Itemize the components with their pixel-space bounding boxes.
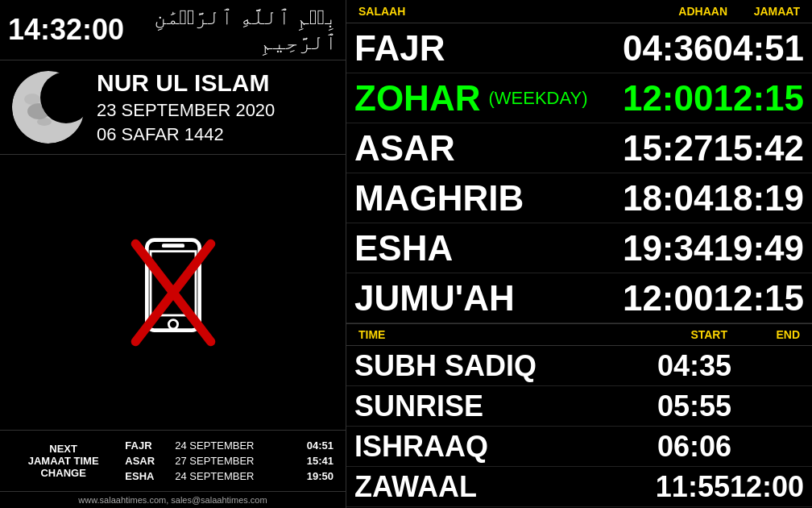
nj-date-2: 27 SEPTEMBER bbox=[172, 454, 290, 468]
start-col-header: START bbox=[659, 327, 731, 343]
fajr-name: FAJR bbox=[354, 28, 445, 69]
arabic-text: بِسۡمِ ٱللَّهِ ٱلرَّحۡمَٰنِ ٱلرَّحِيمِ bbox=[124, 5, 338, 55]
time-section-header: TIME START END bbox=[346, 323, 812, 346]
zohar-row: ZOHAR (WEEKDAY) 12:00 12:15 bbox=[346, 73, 812, 123]
moon-icon bbox=[8, 67, 89, 148]
salaah-header: SALAAH bbox=[354, 3, 659, 19]
subh-sadiq-row: SUBH SADIQ 04:35 bbox=[346, 346, 812, 386]
maghrib-name: MAGHRIB bbox=[354, 178, 524, 219]
next-jamaat-table: NEXTJAMAAT TIMECHANGE FAJR 24 SEPTEMBER … bbox=[8, 437, 338, 485]
time-col-header: TIME bbox=[354, 327, 659, 343]
sunrise-name: SUNRISE bbox=[354, 389, 657, 423]
zawaal-start: 11:55 bbox=[656, 470, 730, 504]
svg-point-6 bbox=[37, 118, 52, 126]
end-col-header: END bbox=[731, 327, 804, 343]
jumuah-row: JUMU'AH 12:00 12:15 bbox=[346, 273, 812, 323]
zawaal-end: 12:00 bbox=[730, 470, 804, 504]
svg-point-5 bbox=[24, 94, 40, 105]
hijri-date: 06 SAFAR 1442 bbox=[97, 124, 338, 145]
ishraaq-row: ISHRAAQ 06:06 bbox=[346, 427, 812, 467]
esha-jamaat: 19:49 bbox=[713, 228, 804, 269]
zawaal-row: ZAWAAL 11:55 12:00 bbox=[346, 467, 812, 507]
svg-rect-8 bbox=[151, 251, 196, 314]
svg-point-3 bbox=[27, 103, 50, 119]
subh-sadiq-start: 04:35 bbox=[657, 349, 731, 383]
svg-point-4 bbox=[44, 96, 56, 106]
zawaal-name: ZAWAAL bbox=[354, 470, 656, 504]
fajr-adhaan: 04:36 bbox=[623, 28, 714, 69]
zohar-adhaan: 12:00 bbox=[623, 78, 714, 119]
clock: 14:32:00 bbox=[8, 13, 124, 47]
adhaan-header: ADHAAN bbox=[659, 3, 731, 19]
nj-time-3: 19:50 bbox=[292, 469, 336, 483]
right-panel: SALAAH ADHAAN JAMAAT FAJR 04:36 04:51 ZO… bbox=[346, 0, 812, 508]
nj-date-3: 24 SEPTEMBER bbox=[172, 469, 290, 483]
nj-prayer-1: FAJR bbox=[122, 439, 171, 452]
jumuah-name: JUMU'AH bbox=[354, 278, 515, 319]
fajr-name-cell: FAJR bbox=[354, 28, 623, 69]
esha-name-cell: ESHA bbox=[354, 228, 623, 269]
nj-prayer-3: ESHA bbox=[122, 469, 171, 483]
asar-row: ASAR 15:27 15:42 bbox=[346, 123, 812, 173]
fajr-row: FAJR 04:36 04:51 bbox=[346, 23, 812, 73]
mosque-name: NUR UL ISLAM bbox=[97, 69, 338, 97]
subh-sadiq-name: SUBH SADIQ bbox=[354, 349, 657, 383]
nj-time-1: 04:51 bbox=[292, 439, 336, 452]
zohar-name: ZOHAR bbox=[354, 78, 480, 119]
maghrib-row: MAGHRIB 18:04 18:19 bbox=[346, 173, 812, 223]
left-panel: 14:32:00 بِسۡمِ ٱللَّهِ ٱلرَّحۡمَٰنِ ٱلر… bbox=[0, 0, 346, 508]
zohar-name-cell: ZOHAR (WEEKDAY) bbox=[354, 78, 623, 119]
maghrib-jamaat: 18:19 bbox=[713, 178, 804, 219]
asar-adhaan: 15:27 bbox=[623, 128, 714, 169]
jamaat-header: JAMAAT bbox=[731, 3, 804, 19]
weekday-label: (WEEKDAY) bbox=[488, 88, 587, 109]
ishraaq-name: ISHRAAQ bbox=[354, 430, 657, 464]
ishraaq-start: 06:06 bbox=[657, 430, 731, 464]
jumuah-jamaat: 12:15 bbox=[713, 278, 804, 319]
fajr-jamaat: 04:51 bbox=[713, 28, 804, 69]
nj-time-2: 15:41 bbox=[292, 454, 336, 468]
no-phone-icon bbox=[125, 236, 222, 349]
esha-row: ESHA 19:34 19:49 bbox=[346, 223, 812, 273]
website-text: www.salaahtimes.com, sales@salaahtimes.c… bbox=[0, 491, 346, 508]
svg-rect-10 bbox=[162, 244, 184, 248]
maghrib-adhaan: 18:04 bbox=[623, 178, 714, 219]
next-jamaat-section: NEXTJAMAAT TIMECHANGE FAJR 24 SEPTEMBER … bbox=[0, 430, 346, 491]
jumuah-name-cell: JUMU'AH bbox=[354, 278, 623, 319]
nj-prayer-2: ASAR bbox=[122, 454, 171, 468]
nj-date-1: 24 SEPTEMBER bbox=[172, 439, 290, 452]
esha-adhaan: 19:34 bbox=[623, 228, 714, 269]
asar-name: ASAR bbox=[354, 128, 455, 169]
no-phone-section bbox=[0, 155, 346, 430]
prayer-table-header: SALAAH ADHAAN JAMAAT bbox=[346, 0, 812, 23]
sunrise-row: SUNRISE 05:55 bbox=[346, 386, 812, 427]
sunrise-start: 05:55 bbox=[657, 389, 731, 423]
asar-jamaat: 15:42 bbox=[713, 128, 804, 169]
next-jamaat-row-1: NEXTJAMAAT TIMECHANGE FAJR 24 SEPTEMBER … bbox=[10, 439, 336, 452]
svg-point-9 bbox=[168, 319, 177, 328]
maghrib-name-cell: MAGHRIB bbox=[354, 178, 623, 219]
asar-name-cell: ASAR bbox=[354, 128, 623, 169]
gregorian-date: 23 SEPTEMBER 2020 bbox=[97, 100, 338, 121]
header-section: 14:32:00 بِسۡمِ ٱللَّهِ ٱلرَّحۡمَٰنِ ٱلر… bbox=[0, 0, 346, 60]
jumuah-adhaan: 12:00 bbox=[623, 278, 714, 319]
esha-name: ESHA bbox=[354, 228, 453, 269]
zohar-jamaat: 12:15 bbox=[713, 78, 804, 119]
